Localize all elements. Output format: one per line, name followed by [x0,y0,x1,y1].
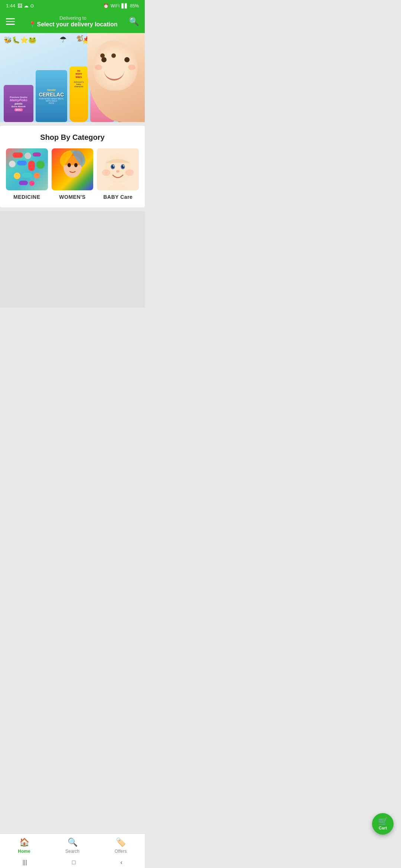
status-right: ⏰ WiFi ▋▋ 85% [103,3,139,9]
banner-decoration-umbrella: ☂ [59,35,67,45]
svg-point-12 [102,169,111,176]
category-label-womens: WOMEN'S [59,194,85,200]
banner-product-diapers: Premium Quality MamyPoko pants Extra Abs… [4,85,33,122]
svg-point-11 [116,170,120,173]
category-item-womens[interactable]: WOMEN'S [52,148,94,200]
category-item-medicine[interactable]: MEDICINE [6,148,48,200]
banner-decoration-monkey: 🐒 [76,35,84,42]
baby-art [97,148,139,190]
header-search-button[interactable]: 🔍 [129,17,139,26]
wifi-icon: WiFi [111,3,120,9]
delivering-to-label: Delivering to [17,15,129,21]
banner-product-shampoo: nomoretears Johnson'sbabyshampoo [69,66,88,122]
signal-icon: ▋▋ [121,3,128,9]
womens-art [52,148,94,190]
svg-point-2 [74,163,78,167]
svg-point-10 [123,165,124,167]
menu-button[interactable] [6,18,17,25]
category-item-baby[interactable]: BABY Care [97,148,139,200]
shop-by-category-section: Shop By Category [0,126,145,207]
category-image-medicine [6,148,48,190]
status-icons: 🖼 ☁ ⊙ [17,3,34,9]
category-image-womens [52,148,94,190]
status-bar: 1:44 🖼 ☁ ⊙ ⏰ WiFi ▋▋ 85% [0,0,145,11]
location-selector[interactable]: Delivering to 📍 Select your delivery loc… [17,15,129,28]
category-image-baby [97,148,139,190]
svg-point-13 [125,169,134,176]
category-section-title: Shop By Category [6,133,139,142]
svg-point-4 [105,154,131,184]
banner-decoration-toys: 🐝🐛⭐🐸 [4,36,36,44]
svg-point-9 [113,165,114,167]
category-label-medicine: MEDICINE [13,194,40,200]
alarm-icon: ⏰ [103,3,109,9]
svg-point-1 [67,163,71,167]
delivery-location[interactable]: 📍 Select your delivery location [17,21,129,28]
banner-product-cerelac: Nestlé CERELAC FORTIFIED BABY MEAL WITH … [36,70,67,122]
medicine-pills-visual [6,148,48,190]
status-time: 1:44 🖼 ☁ ⊙ [6,3,34,9]
app-header: Delivering to 📍 Select your delivery loc… [0,11,145,33]
category-label-baby: BABY Care [103,194,133,200]
hero-banner: 🐝🐛⭐🐸 ☂ ⭐ 🐒 📌 Premium Quality MamyPoko pa… [0,33,145,122]
empty-content-area [0,211,145,308]
category-grid: MEDICINE [6,148,139,200]
location-pin-icon: 📍 [29,21,36,28]
